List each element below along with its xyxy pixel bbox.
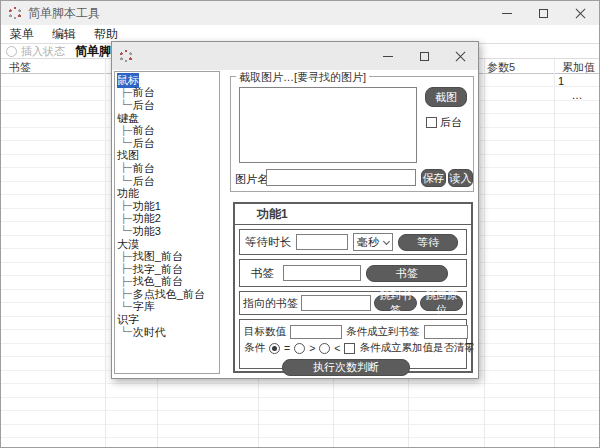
column-header-param5[interactable]: 参数5 [487, 60, 515, 75]
tree-branch-icon: └─ [121, 138, 132, 148]
chevron-down-icon [383, 237, 390, 244]
tree-item-找图[interactable]: 找图 [115, 150, 219, 163]
clear-accum-checkbox[interactable] [344, 343, 355, 354]
accum-value-cell: 1 [554, 75, 600, 88]
app-icon [9, 7, 21, 19]
capture-groupbox-legend: 截取图片…[要寻找的图片] [236, 70, 369, 85]
tree-branch-icon: ├─ [121, 201, 132, 211]
capture-button[interactable]: 截图 [425, 87, 467, 107]
grid-vline [554, 59, 555, 447]
condition-greater-label: > [309, 342, 315, 354]
minimize-icon [383, 56, 393, 57]
minimize-icon [502, 13, 512, 14]
tree-item-多点找色_前台[interactable]: ├─多点找色_前台 [115, 288, 219, 301]
window-title: 简单脚本工具 [28, 5, 100, 22]
background-checkbox[interactable] [426, 117, 437, 128]
jump-to-bookmark-button[interactable]: 跳到书签 [374, 295, 417, 311]
grid-vline [484, 59, 485, 447]
time-unit-value: 毫秒 [357, 235, 379, 250]
image-name-label: 图片名 [235, 172, 268, 187]
insert-state-label: 插入状态 [21, 44, 65, 59]
tree-branch-icon: └─ [121, 226, 132, 236]
goto-bookmark-label: 指向的书签 [243, 296, 298, 311]
tree-branch-icon: └─ [121, 302, 132, 312]
tree-branch-icon: ├─ [121, 126, 132, 136]
goto-bookmark-input[interactable] [301, 295, 371, 311]
condition-less-radio[interactable] [319, 343, 330, 354]
save-button[interactable]: 保存 [421, 169, 446, 187]
target-value-label: 目标数值 [244, 325, 286, 339]
function-panel-title: 功能1 [235, 204, 471, 225]
tree-branch-icon: └─ [121, 327, 132, 337]
clear-accum-checkbox-label: 条件成立累加值是否清零 [359, 341, 475, 355]
wait-duration-label: 等待时长 [245, 235, 291, 250]
tree-item-label: 次时代 [133, 325, 166, 340]
window-controls [488, 1, 599, 25]
tree-item-鼠标[interactable]: 鼠标 [115, 74, 219, 87]
condition-goto-label: 条件成立到书签 [346, 325, 420, 339]
tree-branch-icon: ├─ [121, 214, 132, 224]
goto-bookmark-row: 指向的书签 跳到书签 跳回原位 [239, 291, 467, 315]
main-window: 简单脚本工具 菜单 编辑 帮助 插入状态 简单脚本工 书签 参数5 累加值 1… [0, 0, 600, 448]
maximize-icon [539, 9, 548, 18]
background-checkbox-row: 后台 [426, 115, 462, 130]
grid-vline [105, 59, 106, 447]
dialog-minimize-button[interactable] [370, 42, 406, 70]
tree-item-功能1[interactable]: ├─功能1 [115, 200, 219, 213]
function-dialog: 鼠标├─前台└─后台键盘├─前台└─后台找图├─前台└─后台功能├─功能1├─功… [111, 41, 479, 379]
condition-equal-radio[interactable] [269, 343, 280, 354]
tree-item-功能2[interactable]: ├─功能2 [115, 213, 219, 226]
time-unit-select[interactable]: 毫秒 [353, 233, 393, 251]
tree-branch-icon: ├─ [121, 289, 132, 299]
wait-duration-input[interactable] [296, 234, 348, 250]
tree-item-识字[interactable]: 识字 [115, 313, 219, 326]
tree-view: 鼠标├─前台└─后台键盘├─前台└─后台找图├─前台└─后台功能├─功能1├─功… [114, 71, 220, 374]
jump-back-button[interactable]: 跳回原位 [420, 295, 463, 311]
insert-state-radio[interactable] [6, 46, 17, 57]
menu-item-bianji[interactable]: 编辑 [43, 26, 85, 43]
dialog-close-button[interactable] [442, 42, 478, 70]
menu-item-caidan[interactable]: 菜单 [1, 26, 43, 43]
minimize-button[interactable] [488, 1, 525, 25]
close-icon [455, 51, 466, 62]
tree-branch-icon: └─ [121, 176, 132, 186]
tree-item-键盘[interactable]: 键盘 [115, 112, 219, 125]
tree-item-前台[interactable]: ├─前台 [115, 124, 219, 137]
load-button[interactable]: 读入 [448, 169, 473, 187]
dialog-client-area: 鼠标├─前台└─后台键盘├─前台└─后台找图├─前台└─后台功能├─功能1├─功… [112, 70, 478, 378]
main-titlebar: 简单脚本工具 [1, 1, 599, 25]
tree-branch-icon: ├─ [121, 264, 132, 274]
condition-greater-radio[interactable] [294, 343, 305, 354]
column-header-bookmark[interactable]: 书签 [9, 60, 31, 75]
tree-branch-icon: ├─ [121, 277, 132, 287]
column-header-accum[interactable]: 累加值 [562, 60, 595, 75]
tree-item-次时代[interactable]: └─次时代 [115, 326, 219, 339]
accum-value-cell: … [554, 89, 600, 102]
bookmark-input[interactable] [283, 265, 361, 281]
image-name-input[interactable] [266, 169, 416, 186]
dialog-titlebar [112, 42, 478, 70]
tree-item-前台[interactable]: ├─前台 [115, 87, 219, 100]
menu-item-bangzhu[interactable]: 帮助 [85, 26, 127, 43]
wait-button[interactable]: 等待 [398, 234, 458, 251]
close-icon [575, 8, 586, 19]
dialog-maximize-button[interactable] [406, 42, 442, 70]
tree-branch-icon: └─ [121, 100, 132, 110]
capture-groupbox: 截取图片…[要寻找的图片] 截图 后台 图片名 保存 读入 [230, 76, 474, 192]
tree-item-前台[interactable]: ├─前台 [115, 162, 219, 175]
captured-image-area[interactable] [239, 87, 417, 163]
condition-label: 条件 [244, 341, 265, 355]
execute-count-judge-button[interactable]: 执行次数判断 [282, 359, 410, 376]
target-value-input[interactable] [290, 325, 342, 339]
maximize-button[interactable] [525, 1, 562, 25]
target-value-row: 目标数值 条件成立到书签 [244, 325, 462, 339]
condition-equal-label: = [284, 342, 290, 354]
close-button[interactable] [562, 1, 599, 25]
bookmark-button[interactable]: 书签 [366, 265, 448, 282]
condition-operator-row: 条件 = > < 条件成立累加值是否清零 [244, 341, 462, 355]
wait-row: 等待时长 毫秒 等待 [239, 229, 467, 255]
condition-goto-input[interactable] [424, 325, 468, 339]
tree-item-功能[interactable]: 功能 [115, 187, 219, 200]
tree-branch-icon: ├─ [121, 163, 132, 173]
condition-less-label: < [334, 342, 340, 354]
